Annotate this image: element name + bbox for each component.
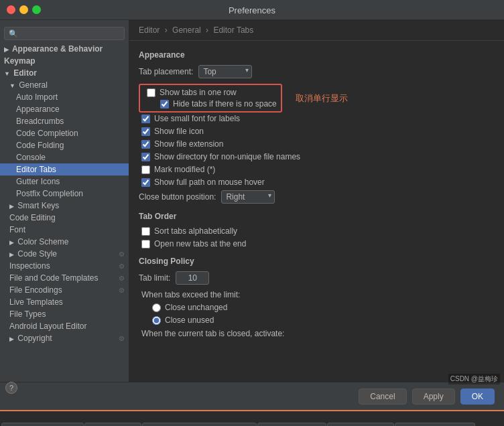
show-tabs-checkbox[interactable] [147, 88, 155, 97]
sidebar-item-file-encodings[interactable]: File Encodings ⚙ [0, 284, 129, 296]
show-directory-checkbox[interactable] [141, 153, 150, 161]
tab-item[interactable]: Context.java× [257, 423, 326, 426]
sidebar-item-live-templates[interactable]: Live Templates [0, 296, 129, 308]
open-new-tabs-checkbox[interactable] [141, 240, 150, 248]
when-tabs-exceed-label: When tabs exceed the limit: [141, 290, 240, 299]
show-file-extension-label[interactable]: Show file extension [141, 139, 223, 149]
close-unused-radio[interactable] [152, 316, 161, 325]
sidebar-item-keymap[interactable]: Keymap [0, 55, 129, 67]
sidebar-item-general[interactable]: ▼ General [0, 79, 129, 91]
tab-item[interactable]: TestConsumerThread.java× [142, 423, 257, 426]
search-input[interactable] [4, 27, 125, 40]
tab-placement-label: Tab placement: [139, 67, 193, 76]
sidebar-item-console[interactable]: Console [0, 151, 129, 163]
sidebar-item-gutter-icons[interactable]: Gutter Icons [0, 175, 129, 188]
expand-arrow: ▶ [9, 251, 14, 258]
help-button[interactable]: ? [5, 382, 17, 394]
hide-tabs-checkbox[interactable] [160, 100, 169, 109]
mark-modified-checkbox[interactable] [141, 165, 150, 174]
close-unchanged-radio[interactable] [152, 303, 161, 312]
expand-arrow: ▶ [9, 239, 14, 246]
tab-limit-input[interactable] [176, 271, 209, 285]
tab-item[interactable]: Test.java× [84, 423, 141, 426]
show-full-path-checkbox[interactable] [141, 178, 150, 187]
hide-tabs-label[interactable]: Hide tabs if there is no space [160, 99, 277, 109]
sidebar-item-breadcrumbs[interactable]: Breadcrumbs [0, 115, 129, 127]
show-file-icon-checkbox[interactable] [141, 127, 150, 136]
bottom-bar: ? Cancel Apply OK [0, 382, 504, 410]
maximize-button[interactable] [32, 5, 41, 14]
expand-arrow: ▼ [9, 82, 15, 89]
sidebar-item-android-layout-editor[interactable]: Android Layout Editor [0, 320, 129, 332]
show-file-extension-checkbox[interactable] [141, 140, 150, 149]
breadcrumb-editor-tabs: Editor Tabs [213, 25, 253, 35]
section-closing-policy-title: Closing Policy [139, 257, 495, 266]
sidebar-item-postfix-completion[interactable]: Postfix Completion [0, 188, 129, 200]
tab-placement-select[interactable]: Top Left Bottom Right None [198, 65, 252, 78]
ok-button[interactable]: OK [460, 388, 495, 405]
tab-placement-row: Tab placement: Top Left Bottom Right Non… [139, 65, 495, 78]
sidebar-item-auto-import[interactable]: Auto Import [0, 91, 129, 103]
close-unused-row: Close unused [139, 315, 495, 325]
sidebar-item-code-folding[interactable]: Code Folding [0, 139, 129, 151]
main-layout: ▶ Appearance & Behavior Keymap ▼ Editor … [0, 20, 504, 382]
tab-item[interactable]: PrintThread.java× [1, 423, 84, 426]
open-new-tabs-label[interactable]: Open new tabs at the end [141, 239, 246, 248]
sidebar-item-code-editing[interactable]: Code Editing [0, 212, 129, 224]
close-button-position-row: Close button position: Right Left None [139, 190, 495, 204]
sidebar-item-appearance[interactable]: Appearance [0, 103, 129, 115]
titlebar: Preferences [0, 0, 504, 20]
breadcrumb: Editor › General › Editor Tabs [129, 20, 504, 41]
sidebar-item-code-completion[interactable]: Code Completion [0, 127, 129, 139]
search-box [0, 24, 129, 43]
sidebar-item-editor[interactable]: ▼ Editor [0, 67, 129, 79]
tab-bar-inner: PrintThread.java×Test.java×TestConsumerT… [0, 421, 504, 426]
sidebar-item-appearance-behavior[interactable]: ▶ Appearance & Behavior [0, 43, 129, 55]
tab-limit-row: Tab limit: [139, 271, 495, 285]
close-button[interactable] [7, 5, 15, 14]
breadcrumb-general: General [172, 25, 201, 35]
when-current-closed-row: When the current tab is closed, activate… [139, 329, 495, 338]
use-small-font-label[interactable]: Use small font for labels [141, 114, 240, 123]
close-unchanged-row: Close unchanged [139, 303, 495, 312]
config-icon: ⚙ [119, 335, 125, 342]
show-file-icon-row: Show file icon [139, 127, 495, 136]
sidebar-item-file-types[interactable]: File Types [0, 308, 129, 320]
sidebar-item-editor-tabs[interactable]: Editor Tabs [0, 163, 129, 175]
show-tabs-label[interactable]: Show tabs in one row [147, 88, 237, 97]
mark-modified-label[interactable]: Mark modified (*) [141, 165, 215, 174]
show-directory-label[interactable]: Show directory for non-unique file names [141, 152, 300, 161]
sort-tabs-checkbox[interactable] [141, 227, 150, 236]
content-area: Editor › General › Editor Tabs Appearanc… [129, 20, 504, 382]
cancel-button[interactable]: Cancel [359, 388, 406, 405]
sidebar-item-copyright[interactable]: ▶ Copyright ⚙ [0, 332, 129, 344]
expand-arrow: ▶ [9, 203, 14, 210]
sidebar-item-inspections[interactable]: Inspections ⚙ [0, 260, 129, 272]
open-new-tabs-row: Open new tabs at the end [139, 239, 495, 248]
show-file-extension-row: Show file extension [139, 139, 495, 149]
window-title: Preferences [229, 5, 275, 15]
show-file-icon-label[interactable]: Show file icon [141, 127, 204, 136]
sidebar-item-font[interactable]: Font [0, 224, 129, 236]
sidebar-item-code-style[interactable]: ▶ Code Style ⚙ [0, 248, 129, 260]
tab-item[interactable]: Demo2.java× [327, 423, 395, 426]
sidebar-item-color-scheme[interactable]: ▶ Color Scheme [0, 236, 129, 248]
show-directory-row: Show directory for non-unique file names [139, 152, 495, 161]
apply-button[interactable]: Apply [412, 388, 455, 405]
close-button-select-wrapper: Right Left None [221, 190, 275, 204]
minimize-button[interactable] [19, 5, 28, 14]
when-current-closed-label: When the current tab is closed, activate… [141, 329, 284, 338]
highlight-box: Show tabs in one row Hide tabs if there … [139, 84, 282, 113]
config-icon: ⚙ [119, 275, 125, 282]
sidebar-item-smart-keys[interactable]: ▶ Smart Keys [0, 200, 129, 212]
tab-item[interactable]: BubbleSort.java× [395, 423, 475, 426]
show-full-path-label[interactable]: Show full path on mouse hover [141, 178, 265, 187]
sidebar-item-file-and-code-templates[interactable]: File and Code Templates ⚙ [0, 272, 129, 284]
content-body: Appearance Tab placement: Top Left Botto… [129, 41, 504, 348]
sort-tabs-label[interactable]: Sort tabs alphabetically [141, 226, 237, 236]
tab-placement-select-wrapper: Top Left Bottom Right None [198, 65, 252, 78]
close-button-select[interactable]: Right Left None [221, 190, 275, 204]
window-controls[interactable] [7, 5, 41, 14]
use-small-font-checkbox[interactable] [141, 115, 150, 123]
sort-tabs-row: Sort tabs alphabetically [139, 226, 495, 236]
